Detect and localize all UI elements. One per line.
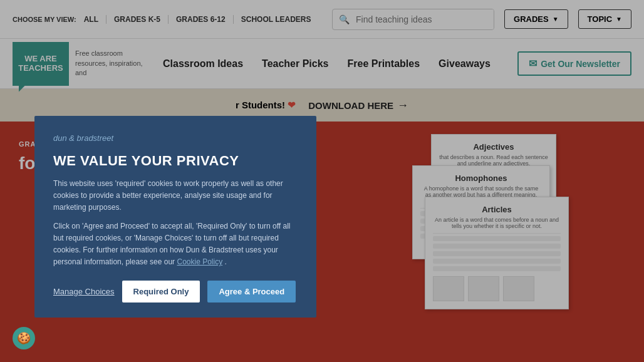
db-logo: dun & bradstreet <box>53 133 298 143</box>
required-only-button[interactable]: Required Only <box>122 281 200 303</box>
modal-actions: Manage Choices Required Only Agree & Pro… <box>53 281 298 303</box>
manage-choices-button[interactable]: Manage Choices <box>53 287 115 296</box>
modal-body-2: Click on 'Agree and Proceed' to accept a… <box>53 220 298 269</box>
modal-body-2-text: Click on 'Agree and Proceed' to accept a… <box>53 222 290 267</box>
cookie-modal: dun & bradstreet WE VALUE YOUR PRIVACY T… <box>34 116 316 318</box>
cookie-policy-link[interactable]: Cookie Policy <box>177 257 222 266</box>
modal-body-1: This website uses 'required' cookies to … <box>53 178 298 214</box>
modal-title: WE VALUE YOUR PRIVACY <box>53 153 298 169</box>
agree-proceed-button[interactable]: Agree & Proceed <box>207 281 296 303</box>
period: . <box>225 257 227 266</box>
ampersand: & <box>69 133 75 143</box>
cookie-icon: 🍪 <box>17 331 31 345</box>
cookie-icon-button[interactable]: 🍪 <box>13 327 35 349</box>
